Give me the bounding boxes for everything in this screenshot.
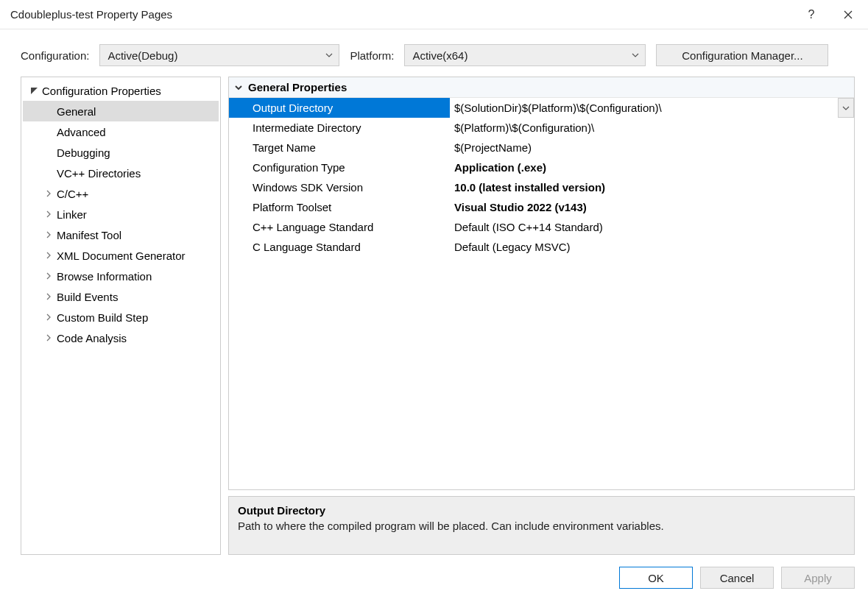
bottom-buttons: OK Cancel Apply (0, 564, 868, 602)
property-name: Intermediate Directory (229, 118, 450, 138)
property-row[interactable]: C++ Language StandardDefault (ISO C++14 … (229, 217, 854, 237)
tree-item-label: Advanced (57, 126, 106, 138)
property-value[interactable]: $(Platform)\$(Configuration)\ (450, 118, 854, 138)
tree-item-label: Build Events (57, 291, 118, 303)
property-value[interactable]: $(SolutionDir)$(Platform)\$(Configuratio… (450, 98, 854, 118)
property-row[interactable]: Intermediate Directory$(Platform)\$(Conf… (229, 118, 854, 138)
expand-icon (43, 209, 54, 219)
expand-icon (43, 230, 54, 240)
property-row[interactable]: Platform ToolsetVisual Studio 2022 (v143… (229, 197, 854, 217)
top-controls: Configuration: Active(Debug) Platform: A… (0, 29, 868, 77)
chevron-down-icon (232, 85, 245, 91)
tree-item[interactable]: Debugging (23, 142, 219, 163)
ok-button[interactable]: OK (619, 567, 693, 589)
chevron-down-icon (842, 106, 850, 110)
close-icon (844, 10, 853, 19)
tree-item-label: Custom Build Step (57, 311, 148, 324)
expand-icon (43, 312, 54, 322)
tree-item[interactable]: Advanced (23, 121, 219, 142)
property-value[interactable]: Visual Studio 2022 (v143) (450, 197, 854, 217)
property-row[interactable]: Target Name$(ProjectName) (229, 138, 854, 157)
property-name: Output Directory (229, 98, 450, 118)
apply-button: Apply (781, 567, 855, 589)
property-row[interactable]: C Language StandardDefault (Legacy MSVC) (229, 237, 854, 257)
tree-item-label: General (57, 105, 96, 118)
property-value[interactable]: Default (ISO C++14 Standard) (450, 217, 854, 237)
configuration-combo[interactable]: Active(Debug) (99, 44, 339, 66)
tree-item-label: C/C++ (57, 188, 88, 200)
svg-marker-2 (31, 88, 38, 94)
tree-item-label: Manifest Tool (57, 229, 121, 241)
property-name: Windows SDK Version (229, 177, 450, 197)
main-area: Configuration Properties GeneralAdvanced… (0, 77, 868, 564)
tree-item[interactable]: General (23, 101, 219, 121)
tree-item-label: XML Document Generator (57, 249, 186, 262)
help-button[interactable]: ? (794, 0, 828, 29)
chevron-down-icon (632, 52, 639, 59)
platform-value: Active(x64) (412, 49, 467, 62)
tree-root[interactable]: Configuration Properties (23, 80, 219, 101)
chevron-down-icon (325, 52, 333, 59)
tree-item-label: Browse Information (57, 270, 152, 283)
platform-combo[interactable]: Active(x64) (404, 44, 646, 66)
right-column: General Properties Output Directory$(Sol… (228, 77, 855, 555)
property-name: C++ Language Standard (229, 217, 450, 237)
close-button[interactable] (828, 0, 868, 29)
properties-header[interactable]: General Properties (229, 77, 854, 98)
tree-item-label: Debugging (57, 146, 110, 159)
property-value[interactable]: Application (.exe) (450, 157, 854, 177)
property-row[interactable]: Configuration TypeApplication (.exe) (229, 157, 854, 177)
property-row[interactable]: Windows SDK Version10.0 (latest installe… (229, 177, 854, 197)
property-name: C Language Standard (229, 237, 450, 257)
tree-item[interactable]: Browse Information (23, 266, 219, 286)
tree-item[interactable]: XML Document Generator (23, 245, 219, 266)
expand-icon (43, 291, 54, 302)
tree-root-label: Configuration Properties (42, 85, 161, 97)
blank-icon (43, 147, 54, 157)
properties-body: Output Directory$(SolutionDir)$(Platform… (229, 98, 854, 489)
titlebar: Cdoubleplus-test Property Pages ? (0, 0, 868, 29)
property-value[interactable]: Default (Legacy MSVC) (450, 237, 854, 257)
tree-item-label: Code Analysis (57, 332, 127, 344)
properties-panel: General Properties Output Directory$(Sol… (228, 77, 855, 490)
tree-panel[interactable]: Configuration Properties GeneralAdvanced… (21, 77, 221, 555)
tree-item-label: Linker (57, 208, 87, 221)
property-name: Target Name (229, 138, 450, 157)
tree-item[interactable]: Code Analysis (23, 327, 219, 348)
expand-icon (43, 333, 54, 343)
tree-item[interactable]: VC++ Directories (23, 163, 219, 183)
tree-item-label: VC++ Directories (57, 167, 141, 180)
properties-header-label: General Properties (248, 81, 347, 93)
property-name: Configuration Type (229, 157, 450, 177)
tree-item[interactable]: Manifest Tool (23, 224, 219, 245)
expand-icon (43, 188, 54, 199)
help-panel: Output Directory Path to where the compi… (228, 496, 855, 555)
property-value[interactable]: 10.0 (latest installed version) (450, 177, 854, 197)
expand-icon (43, 250, 54, 261)
blank-icon (43, 106, 54, 116)
cancel-button[interactable]: Cancel (700, 567, 774, 589)
window-title: Cdoubleplus-test Property Pages (10, 8, 172, 21)
help-title: Output Directory (238, 504, 845, 517)
tree-item[interactable]: Custom Build Step (23, 307, 219, 327)
property-name: Platform Toolset (229, 197, 450, 217)
configuration-value: Active(Debug) (107, 49, 177, 62)
expand-icon (43, 271, 54, 281)
tree-item[interactable]: C/C++ (23, 183, 219, 204)
tree-item[interactable]: Linker (23, 204, 219, 224)
configuration-label: Configuration: (21, 49, 89, 62)
property-row[interactable]: Output Directory$(SolutionDir)$(Platform… (229, 98, 854, 118)
collapse-icon (29, 85, 39, 96)
value-dropdown-button[interactable] (838, 98, 854, 118)
blank-icon (43, 168, 54, 178)
tree-item[interactable]: Build Events (23, 286, 219, 307)
configuration-manager-button[interactable]: Configuration Manager... (656, 44, 828, 66)
help-body: Path to where the compiled program will … (238, 520, 845, 532)
blank-icon (43, 127, 54, 137)
platform-label: Platform: (350, 49, 394, 62)
property-value[interactable]: $(ProjectName) (450, 138, 854, 157)
